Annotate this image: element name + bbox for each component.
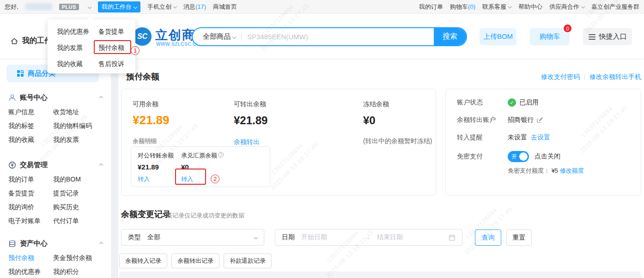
- frozen-balance-label: 冻结余额: [363, 100, 389, 109]
- chevron-up-icon[interactable]: [99, 242, 103, 245]
- topbar-messages[interactable]: 消息(17): [183, 3, 206, 11]
- corporate-transfer-label: 对公转账余额: [138, 151, 174, 160]
- coins-icon: [8, 240, 16, 248]
- topbar-help-center[interactable]: 帮助中心: [518, 3, 542, 11]
- sidebar-item-coupons[interactable]: 我的优惠券: [8, 268, 53, 278]
- reset-button[interactable]: 重置: [506, 230, 532, 246]
- date-end-placeholder[interactable]: 结束日期: [377, 233, 403, 242]
- menu-item-prepaid-balance[interactable]: 预付余额: [98, 44, 124, 52]
- transfer-out-link[interactable]: 余额转出: [234, 138, 260, 146]
- draft-transfer-in-link[interactable]: 转入: [181, 175, 193, 183]
- header-cart-button[interactable]: 购物车 0: [530, 28, 570, 45]
- account-status-value: 已启用: [519, 98, 539, 107]
- sidebar-item-pickup-records[interactable]: 提货记录: [53, 189, 105, 203]
- topbar-my-orders[interactable]: 我的订单: [419, 3, 443, 11]
- sidebar-item-my-bom[interactable]: 我的BOM: [53, 175, 105, 189]
- sidebar: 商品分类 账号中心 账户信息 收货地址 我的标签 我的物料编码 我的收藏 我的发…: [0, 59, 111, 278]
- sidebar-section-assets[interactable]: 资产中心: [8, 239, 103, 248]
- chevron-up-icon[interactable]: [99, 96, 103, 99]
- sidebar-item-statement[interactable]: 电子对账单: [8, 217, 53, 231]
- topbar-supplier[interactable]: 供应商合作: [549, 3, 584, 11]
- sidebar-section-trade[interactable]: 交易管理: [8, 161, 103, 169]
- sidebar-item-invoices[interactable]: 我的发票: [53, 136, 105, 150]
- chevron-down-icon: [254, 236, 258, 239]
- sidebar-item-favorites[interactable]: 我的收藏: [8, 136, 53, 150]
- messages-label: 消息: [183, 3, 195, 10]
- hamburger-icon: [589, 33, 595, 41]
- tab-transfer-out-records[interactable]: 余额转出记录: [171, 254, 219, 268]
- search-category-value: 全部商品: [203, 32, 231, 41]
- section-title: 交易管理: [20, 161, 48, 169]
- topbar-mall-home[interactable]: 商城首页: [213, 3, 237, 11]
- sidebar-item-purchase-history[interactable]: 购买历史: [53, 203, 105, 217]
- chevron-down-icon: [581, 4, 585, 8]
- cart-label: 购物车: [450, 3, 468, 10]
- search-input[interactable]: [242, 33, 434, 41]
- grid-icon: [17, 70, 24, 77]
- edit-icon[interactable]: [536, 117, 543, 123]
- topbar-workbench-menu[interactable]: 我的工作台: [98, 1, 140, 12]
- go-set-link[interactable]: 去设置: [531, 133, 550, 142]
- menu-item-my-coupons[interactable]: 我的优惠券: [57, 28, 89, 36]
- transferable-balance-value: ¥21.89: [234, 114, 267, 127]
- menu-item-after-sales[interactable]: 售后投诉: [98, 60, 124, 68]
- topbar-industry-group[interactable]: 嘉立创产业服务群: [591, 3, 639, 11]
- quick-entry-label: 快捷入口: [599, 32, 627, 41]
- balance-detail-box: 对公转账余额 ¥21.89 转入 承兑汇票余额? ¥0 转入: [131, 146, 270, 187]
- topbar-contact-service[interactable]: 联系客服: [482, 3, 511, 11]
- sidebar-item-stock-pickup[interactable]: 备货提货: [8, 189, 53, 203]
- corporate-transfer-in-link[interactable]: 转入: [138, 175, 150, 183]
- tab-refund-records[interactable]: 补款退款记录: [224, 254, 272, 268]
- query-button[interactable]: 查询: [475, 230, 501, 246]
- records-subtitle: 该记录仅记录成功变更的数据: [166, 212, 244, 220]
- date-range-picker[interactable]: 日期 开始日期 → 结束日期: [275, 229, 462, 246]
- chevron-down-icon[interactable]: [88, 5, 91, 8]
- quick-entry-button[interactable]: 快捷入口: [583, 28, 632, 45]
- change-quota-link[interactable]: 修改额度: [560, 167, 584, 174]
- calendar-icon: [449, 234, 456, 241]
- search-button[interactable]: 搜索: [434, 28, 466, 45]
- change-payout-phone-link[interactable]: 修改余额转出手机: [589, 73, 641, 81]
- available-balance-value: ¥21.89: [133, 113, 170, 127]
- chevron-down-icon: [508, 4, 512, 8]
- chevron-down-icon: [173, 4, 177, 8]
- draft-balance-value: ¥0: [181, 163, 224, 171]
- cart-badge: 0: [564, 24, 571, 32]
- topbar-mobile-lcsc[interactable]: 手机立创: [147, 3, 176, 11]
- question-icon[interactable]: ?: [218, 152, 224, 157]
- sidebar-item-inquiry[interactable]: 我的询价: [8, 203, 53, 217]
- greeting-text: 您好,: [5, 3, 18, 11]
- lcsc-logo-emblem[interactable]: SC: [133, 27, 152, 46]
- change-pay-password-link[interactable]: 修改支付密码: [541, 73, 580, 81]
- sidebar-item-pay-for-order[interactable]: 代付订单: [53, 217, 105, 231]
- sidebar-section-account[interactable]: 账号中心: [8, 93, 103, 102]
- screen: 您好, PLUS 我的工作台 手机立创 消息(17) 商城首页 我的订单 购物车…: [0, 0, 644, 278]
- type-filter-select[interactable]: 类型 全部: [121, 229, 264, 246]
- sidebar-item-my-orders[interactable]: 我的订单: [8, 175, 53, 189]
- sidebar-item-tags[interactable]: 我的标签: [8, 122, 53, 136]
- sidebar-item-usd-prepaid-balance[interactable]: 美金预付余额: [53, 254, 105, 268]
- search-category-select[interactable]: 全部商品: [193, 32, 241, 41]
- home-icon: [10, 37, 18, 45]
- upload-bom-button[interactable]: 上传BOM: [480, 28, 516, 45]
- sidebar-item-address[interactable]: 收货地址: [53, 108, 105, 122]
- menu-item-my-invoices[interactable]: 我的发票: [57, 44, 83, 52]
- menu-item-my-favorites[interactable]: 我的收藏: [57, 60, 83, 68]
- tab-transfer-in-records[interactable]: 余额转入记录: [119, 254, 167, 268]
- chevron-down-icon: [232, 35, 236, 38]
- records-table-header: [119, 272, 641, 278]
- menu-item-stock-bill[interactable]: 备货提单: [98, 28, 124, 36]
- no-password-pay-toggle[interactable]: 开: [508, 151, 529, 162]
- sidebar-item-material-code[interactable]: 我的物料编码: [53, 122, 105, 136]
- header-cart-label: 购物车: [540, 32, 560, 41]
- sidebar-item-points[interactable]: 我的积分: [53, 268, 105, 278]
- date-start-placeholder[interactable]: 开始日期: [301, 233, 327, 242]
- chevron-up-icon[interactable]: [99, 163, 103, 167]
- frozen-balance-value: ¥0: [363, 114, 389, 127]
- sidebar-item-account-info[interactable]: 账户信息: [8, 108, 53, 122]
- corporate-transfer-value: ¥21.89: [138, 163, 174, 171]
- topbar-cart[interactable]: 购物车(0): [450, 3, 475, 11]
- account-status-label: 账户状态: [457, 98, 508, 107]
- no-password-pay-label: 免密支付: [457, 152, 508, 161]
- sidebar-item-prepaid-balance[interactable]: 预付余额: [8, 254, 53, 268]
